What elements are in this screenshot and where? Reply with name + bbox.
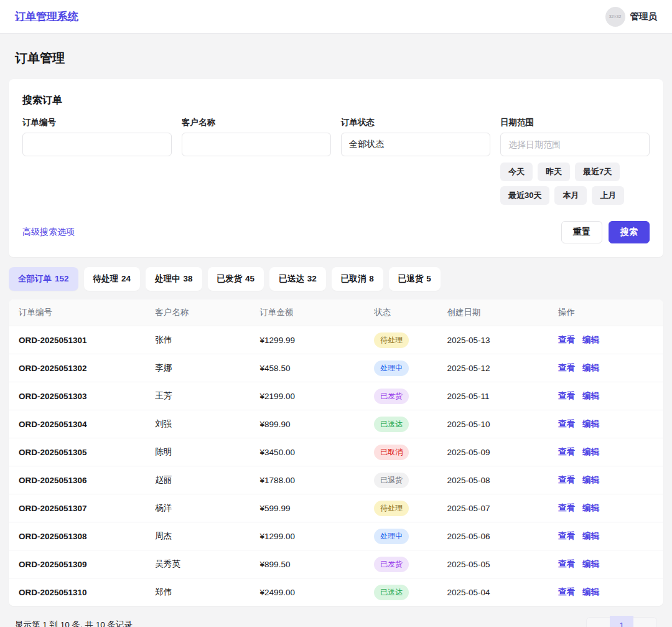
amount-cell: ¥599.99 [260, 504, 375, 513]
order-no-field-group: 订单编号 [22, 117, 172, 205]
view-link[interactable]: 查看 [558, 502, 575, 514]
status-cell: 待处理 [374, 332, 447, 348]
prev-page-button[interactable] [586, 617, 610, 627]
quick-range-button[interactable]: 最近30天 [500, 186, 549, 205]
date-range-label: 日期范围 [500, 117, 650, 128]
view-link[interactable]: 查看 [558, 446, 575, 458]
tab-全部订单[interactable]: 全部订单152 [9, 267, 78, 291]
date-cell: 2025-05-05 [447, 560, 558, 569]
status-cell: 处理中 [374, 361, 447, 376]
view-link[interactable]: 查看 [558, 334, 575, 346]
view-link[interactable]: 查看 [558, 559, 575, 570]
status-badge: 已送达 [374, 585, 409, 600]
next-page-button[interactable] [633, 617, 657, 627]
tab-count: 8 [369, 274, 374, 283]
column-header: 订单编号 [19, 307, 155, 318]
tab-已退货[interactable]: 已退货5 [389, 267, 441, 291]
user-menu[interactable]: 32×32 管理员 [605, 7, 658, 27]
edit-link[interactable]: 编辑 [582, 362, 599, 374]
tab-已发货[interactable]: 已发货45 [208, 267, 264, 291]
customer-cell: 赵丽 [155, 474, 259, 486]
customer-cell: 张伟 [155, 334, 259, 346]
status-tabs: 全部订单152待处理24处理中38已发货45已送达32已取消8已退货5 [9, 267, 663, 291]
edit-link[interactable]: 编辑 [582, 530, 599, 542]
search-panel: 搜索订单 订单编号 客户名称 订单状态 全部状态 日期范围 今天昨天最近7天最近… [9, 79, 663, 257]
customer-cell: 陈明 [155, 446, 259, 458]
status-cell: 待处理 [374, 501, 447, 516]
quick-range-button[interactable]: 上月 [592, 186, 624, 205]
pagination: 1 [586, 616, 657, 627]
amount-cell: ¥1299.00 [260, 532, 375, 541]
date-cell: 2025-05-13 [447, 336, 558, 345]
actions-cell: 查看编辑 [558, 446, 653, 458]
tab-已取消[interactable]: 已取消8 [332, 267, 383, 291]
edit-link[interactable]: 编辑 [582, 559, 599, 570]
tab-label: 待处理 [93, 274, 119, 283]
customer-input[interactable] [182, 133, 331, 156]
status-badge: 处理中 [374, 361, 409, 376]
edit-link[interactable]: 编辑 [582, 418, 599, 430]
edit-link[interactable]: 编辑 [582, 474, 599, 486]
actions-cell: 查看编辑 [558, 418, 653, 430]
order-id-cell: ORD-2025051304 [19, 420, 155, 429]
quick-range-button[interactable]: 昨天 [538, 163, 570, 181]
status-field-group: 订单状态 全部状态 [341, 117, 490, 205]
edit-link[interactable]: 编辑 [582, 390, 599, 402]
date-cell: 2025-05-07 [447, 504, 558, 513]
edit-link[interactable]: 编辑 [582, 334, 599, 346]
search-panel-title: 搜索订单 [22, 94, 650, 107]
table-row: ORD-2025051310郑伟¥2499.00已送达2025-05-04查看编… [9, 578, 663, 606]
quick-range-button[interactable]: 本月 [554, 186, 587, 205]
amount-cell: ¥458.50 [260, 364, 375, 373]
status-badge: 已退货 [374, 473, 409, 488]
edit-link[interactable]: 编辑 [582, 446, 599, 458]
actions-cell: 查看编辑 [558, 474, 653, 486]
app-header: 订单管理系统 32×32 管理员 [0, 0, 672, 34]
date-range-input[interactable] [500, 133, 650, 156]
status-cell: 已送达 [374, 417, 447, 432]
edit-link[interactable]: 编辑 [582, 587, 599, 598]
tab-count: 152 [55, 274, 69, 283]
tab-label: 已取消 [341, 274, 366, 283]
quick-range-button[interactable]: 今天 [500, 163, 533, 181]
customer-cell: 郑伟 [155, 587, 259, 598]
date-range-field-group: 日期范围 今天昨天最近7天最近30天本月上月 [500, 117, 650, 205]
order-id-cell: ORD-2025051305 [19, 448, 155, 457]
view-link[interactable]: 查看 [558, 474, 575, 486]
table-row: ORD-2025051306赵丽¥1788.00已退货2025-05-08查看编… [9, 466, 663, 494]
view-link[interactable]: 查看 [558, 362, 575, 374]
view-link[interactable]: 查看 [558, 390, 575, 402]
status-select[interactable]: 全部状态 [341, 133, 490, 156]
quick-range-button[interactable]: 最近7天 [575, 163, 620, 181]
order-no-input[interactable] [22, 133, 172, 156]
amount-cell: ¥1788.00 [260, 476, 375, 485]
actions-cell: 查看编辑 [558, 362, 653, 374]
column-header: 创建日期 [447, 307, 558, 318]
table-row: ORD-2025051301张伟¥1299.99待处理2025-05-13查看编… [9, 326, 663, 354]
customer-cell: 王芳 [155, 390, 259, 402]
reset-button[interactable]: 重置 [561, 221, 602, 243]
tab-count: 45 [245, 274, 254, 283]
edit-link[interactable]: 编辑 [582, 502, 599, 514]
amount-cell: ¥1299.99 [260, 336, 375, 345]
search-button[interactable]: 搜索 [609, 221, 650, 243]
date-cell: 2025-05-09 [447, 448, 558, 457]
page-1-button[interactable]: 1 [610, 616, 633, 627]
app-logo-link[interactable]: 订单管理系统 [15, 9, 78, 24]
quick-date-ranges: 今天昨天最近7天最近30天本月上月 [500, 163, 650, 205]
view-link[interactable]: 查看 [558, 418, 575, 430]
table-body: ORD-2025051301张伟¥1299.99待处理2025-05-13查看编… [9, 326, 663, 606]
view-link[interactable]: 查看 [558, 530, 575, 542]
view-link[interactable]: 查看 [558, 587, 575, 598]
tab-已送达[interactable]: 已送达32 [269, 267, 326, 291]
table-row: ORD-2025051309吴秀英¥899.50已发货2025-05-05查看编… [9, 550, 663, 578]
actions-cell: 查看编辑 [558, 390, 653, 402]
order-id-cell: ORD-2025051308 [19, 532, 155, 541]
order-id-cell: ORD-2025051309 [19, 560, 155, 569]
status-cell: 已取消 [374, 445, 447, 460]
tab-处理中[interactable]: 处理中38 [146, 267, 202, 291]
customer-cell: 吴秀英 [155, 559, 259, 570]
status-badge: 已发货 [374, 389, 409, 404]
advanced-search-link[interactable]: 高级搜索选项 [22, 227, 75, 238]
tab-待处理[interactable]: 待处理24 [84, 267, 141, 291]
